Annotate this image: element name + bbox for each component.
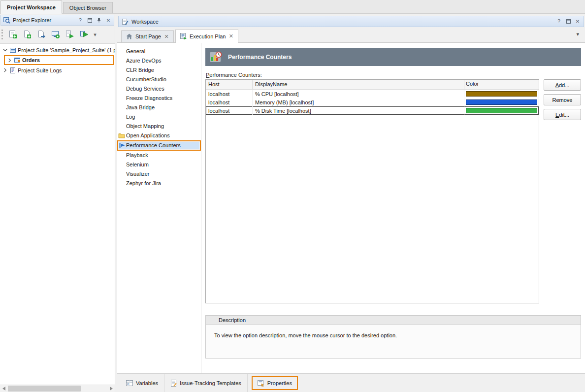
- variables-icon: x: [126, 380, 133, 387]
- nav-item-debug-services[interactable]: Debug Services: [117, 84, 201, 94]
- workspace-title: Workspace: [131, 19, 553, 25]
- nav-item-java-bridge[interactable]: Java Bridge: [117, 103, 201, 112]
- workspace-panel: Workspace ? ✕ Start Page ✕ Execution Pla…: [117, 14, 585, 392]
- project-explorer-toolbar: ▾: [0, 26, 115, 43]
- nav-item-zephyr-for-jira[interactable]: Zephyr for Jira: [117, 179, 201, 188]
- cell-host: localhost: [206, 106, 253, 115]
- add-new-item-icon[interactable]: [21, 28, 33, 41]
- logs-icon: [9, 67, 16, 74]
- tab-list-caret-icon[interactable]: ▾: [576, 31, 579, 37]
- cell-displayname: % CPU [localhost]: [253, 90, 464, 98]
- page-title: Performance Counters: [228, 54, 292, 61]
- tab-project-workspace[interactable]: Project Workspace: [0, 0, 62, 14]
- run-project-icon[interactable]: [78, 28, 91, 41]
- nav-item-label: Performance Counters: [126, 142, 181, 148]
- tree-item-project-suite[interactable]: Project Suite 'Sample_Project_Suite' (1 …: [0, 45, 115, 55]
- main-tab-strip: Project Workspace Object Browser: [0, 0, 585, 14]
- chevron-right-icon[interactable]: [2, 67, 8, 73]
- edit-button[interactable]: Edit...: [544, 109, 581, 120]
- tab-variables[interactable]: x Variables: [120, 374, 164, 392]
- close-icon[interactable]: ✕: [164, 33, 169, 40]
- column-header-displayname[interactable]: DisplayName: [253, 80, 464, 89]
- bottom-tab-strip: x Variables Issue-Tracking Templates Pro…: [117, 373, 585, 392]
- counters-table[interactable]: Host DisplayName Color localhost % CPU […: [205, 79, 539, 303]
- color-bar: [466, 99, 537, 105]
- tab-label: Execution Plan: [190, 33, 226, 39]
- project-icon: [14, 57, 21, 64]
- scrollbar-thumb[interactable]: [8, 386, 81, 392]
- float-icon[interactable]: [87, 17, 93, 23]
- performance-counters-label: Performance Counters:: [206, 72, 581, 78]
- close-icon[interactable]: ✕: [575, 19, 581, 25]
- tab-label: Properties: [267, 380, 292, 386]
- chevron-right-icon[interactable]: [6, 57, 12, 63]
- add-button[interactable]: Add...: [544, 79, 581, 91]
- column-header-color[interactable]: Color: [464, 80, 539, 89]
- tab-properties[interactable]: Properties: [252, 376, 298, 390]
- properties-icon: [258, 380, 264, 387]
- tab-label: Variables: [136, 380, 158, 386]
- tree-item-orders[interactable]: Orders: [4, 55, 114, 65]
- nav-item-log[interactable]: Log: [117, 112, 201, 122]
- project-explorer-panel: Project Explorer ? ✕: [0, 14, 115, 392]
- color-bar: [466, 108, 537, 113]
- cell-displayname: % Disk Time [localhost]: [253, 106, 464, 115]
- description-text: To view the option description, move the…: [206, 325, 581, 338]
- column-header-host[interactable]: Host: [206, 80, 253, 89]
- nav-item-freeze-diagnostics[interactable]: Freeze Diagnostics: [117, 94, 201, 103]
- chevron-down-icon[interactable]: [2, 47, 8, 53]
- nav-item-selenium[interactable]: Selenium: [117, 160, 201, 169]
- table-row[interactable]: localhost % CPU [localhost]: [206, 90, 539, 98]
- application-window: { "window": { "top_tabs": [ { "label": "…: [0, 0, 585, 392]
- tree-item-label: Orders: [22, 57, 40, 63]
- tree-item-project-suite-logs[interactable]: Project Suite Logs: [0, 65, 115, 75]
- cell-host: localhost: [206, 98, 253, 106]
- cell-color: [464, 98, 539, 106]
- counters-grid-region: Host DisplayName Color localhost % CPU […: [205, 79, 581, 303]
- project-tree: Project Suite 'Sample_Project_Suite' (1 …: [0, 43, 115, 385]
- scroll-right-icon[interactable]: [107, 385, 115, 392]
- close-icon[interactable]: ✕: [105, 17, 111, 23]
- nav-item-playback[interactable]: Playback: [117, 151, 201, 160]
- nav-item-visualizer[interactable]: Visualizer: [117, 169, 201, 179]
- remove-button[interactable]: Remove: [544, 94, 581, 105]
- table-row[interactable]: localhost Memory (MB) [localhost]: [206, 98, 539, 106]
- nav-item-label: Open Applications: [126, 132, 170, 138]
- add-project-suite-icon[interactable]: [6, 28, 19, 41]
- horizontal-scrollbar[interactable]: [0, 385, 115, 392]
- toolbar-grip[interactable]: [1, 30, 4, 39]
- tab-execution-plan[interactable]: Execution Plan ✕: [175, 29, 238, 43]
- tree-item-label: Project Suite Logs: [18, 67, 62, 73]
- tab-label: Issue-Tracking Templates: [180, 380, 241, 386]
- help-button[interactable]: ?: [556, 19, 562, 25]
- options-nav: General Azure DevOps CLR Bridge Cucumber…: [117, 43, 201, 373]
- scroll-left-icon[interactable]: [0, 385, 7, 392]
- screen-capture-icon[interactable]: [49, 28, 62, 41]
- table-row-selected[interactable]: localhost % Disk Time [localhost]: [206, 106, 539, 115]
- nav-item-azure-devops[interactable]: Azure DevOps: [117, 56, 201, 65]
- nav-item-cucumberstudio[interactable]: CucumberStudio: [117, 75, 201, 84]
- execution-plan-icon: [180, 33, 187, 39]
- nav-item-open-applications[interactable]: Open Applications: [117, 131, 201, 140]
- close-icon[interactable]: ✕: [228, 33, 233, 39]
- nav-item-general[interactable]: General: [117, 47, 201, 56]
- help-button[interactable]: ?: [77, 17, 83, 23]
- float-icon[interactable]: [565, 19, 571, 25]
- tab-start-page[interactable]: Start Page ✕: [121, 30, 174, 42]
- nav-item-clr-bridge[interactable]: CLR Bridge: [117, 65, 201, 75]
- add-existing-item-icon[interactable]: [35, 28, 48, 41]
- tab-issue-tracking-templates[interactable]: Issue-Tracking Templates: [164, 374, 248, 392]
- pin-icon[interactable]: [96, 17, 102, 23]
- project-explorer-title: Project Explorer: [13, 17, 75, 23]
- cell-color: [464, 90, 539, 98]
- tab-label: Start Page: [135, 33, 161, 39]
- toolbar-overflow-caret-icon[interactable]: ▾: [92, 28, 98, 41]
- tab-object-browser[interactable]: Object Browser: [63, 2, 113, 13]
- performance-counters-page: Performance Counters Performance Counter…: [201, 43, 585, 373]
- nav-item-performance-counters[interactable]: Performance Counters: [117, 140, 201, 151]
- folder-icon: [118, 132, 125, 139]
- cell-color: [464, 106, 539, 115]
- nav-item-object-mapping[interactable]: Object Mapping: [117, 122, 201, 131]
- performance-counters-icon: [209, 51, 222, 63]
- run-project-suite-icon[interactable]: [64, 28, 76, 41]
